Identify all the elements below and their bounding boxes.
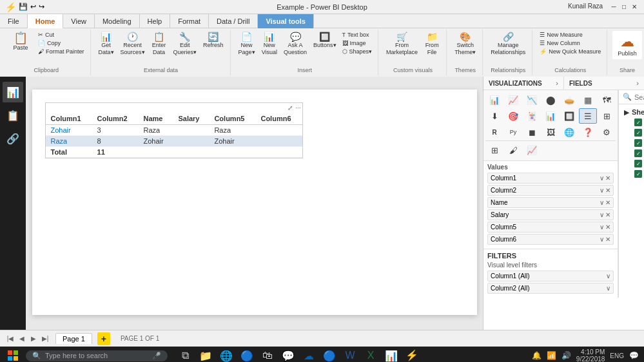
value-chevron-icon[interactable]: ∨ bbox=[600, 175, 604, 182]
fields-expand-icon[interactable]: › bbox=[636, 79, 639, 87]
field-checkbox-column6[interactable]: ✓ bbox=[634, 170, 642, 178]
refresh-button[interactable]: 🔄 Refresh bbox=[200, 31, 226, 50]
value-remove-icon[interactable]: ✕ bbox=[605, 187, 610, 194]
page-next-button[interactable]: ▶ bbox=[28, 334, 39, 344]
tab-visualtools[interactable]: Visual tools bbox=[258, 14, 314, 28]
viz-icon-area[interactable]: 📉 bbox=[523, 92, 541, 108]
field-item-column1[interactable]: ✓ Column1 bbox=[619, 117, 644, 128]
format-painter-button[interactable]: 🖌 Format Painter bbox=[36, 48, 86, 55]
close-button[interactable]: ✕ bbox=[630, 3, 639, 12]
tab-help[interactable]: Help bbox=[140, 14, 171, 28]
viz-fields-sub-icon[interactable]: ⊞ bbox=[485, 142, 503, 158]
value-remove-icon[interactable]: ✕ bbox=[605, 175, 610, 182]
new-quick-measure-button[interactable]: ⚡ New Quick Measure bbox=[538, 48, 603, 55]
taskbar-excel[interactable]: X bbox=[361, 347, 380, 362]
cut-button[interactable]: ✂ Cut bbox=[36, 31, 86, 39]
tab-format[interactable]: Format bbox=[170, 14, 209, 28]
taskbar-notification-icon[interactable]: 🔔 bbox=[532, 351, 542, 360]
field-checkbox-column1[interactable]: ✓ bbox=[634, 119, 642, 126]
enter-data-button[interactable]: 📋 Enter Data bbox=[149, 31, 170, 57]
buttons-button[interactable]: 🔲 Buttons▾ bbox=[311, 31, 339, 50]
viz-icon-qna[interactable]: ❓ bbox=[579, 124, 597, 140]
viz-icon-map[interactable]: 🗺 bbox=[598, 92, 616, 108]
viz-icon-matrix[interactable]: ⊞ bbox=[598, 108, 616, 124]
maximize-button[interactable]: □ bbox=[620, 3, 629, 12]
taskbar-speaker-icon[interactable]: 🔊 bbox=[561, 351, 571, 360]
fields-search-input[interactable] bbox=[634, 93, 644, 101]
canvas-area[interactable]: ⤢ ··· Column1 Column2 Name Salary Column… bbox=[26, 77, 483, 330]
page-tab[interactable]: Page 1 bbox=[55, 333, 92, 344]
value-chevron-icon[interactable]: ∨ bbox=[600, 236, 604, 243]
taskbar-onedrive[interactable]: ☁ bbox=[299, 347, 318, 362]
viz-icon-line[interactable]: 📈 bbox=[504, 92, 522, 108]
tab-file[interactable]: File bbox=[0, 14, 28, 28]
field-item-column6[interactable]: ✓ Column6 bbox=[619, 169, 644, 179]
field-checkbox-column5[interactable]: ✓ bbox=[634, 160, 642, 167]
new-visual-button[interactable]: 📊 New Visual bbox=[259, 31, 280, 57]
get-data-button[interactable]: 📊 Get Data▾ bbox=[96, 31, 117, 57]
undo-icon[interactable]: ↩ bbox=[30, 3, 36, 11]
tab-view[interactable]: View bbox=[63, 14, 95, 28]
taskbar-chrome[interactable]: 🔵 bbox=[320, 347, 339, 362]
quick-save-icon[interactable]: 💾 bbox=[19, 3, 28, 11]
viz-icon-weburl[interactable]: 🌐 bbox=[560, 124, 578, 140]
viz-icon-bar[interactable]: 📊 bbox=[485, 92, 503, 108]
value-chevron-icon[interactable]: ∨ bbox=[600, 187, 604, 194]
new-measure-button[interactable]: ☰ New Measure bbox=[538, 31, 603, 39]
viz-icon-pie[interactable]: 🥧 bbox=[560, 92, 578, 108]
viz-icon-table[interactable]: ☰ bbox=[579, 108, 597, 124]
visual-more-icon[interactable]: ··· bbox=[295, 104, 300, 111]
value-chevron-icon[interactable]: ∨ bbox=[600, 199, 604, 206]
taskbar-powerbi[interactable]: ⚡ bbox=[402, 347, 422, 362]
field-checkbox-column2[interactable]: ✓ bbox=[634, 129, 642, 137]
viz-icon-image[interactable]: 🖼 bbox=[542, 124, 560, 140]
field-tree-section-sheet1[interactable]: ▶ Sheet1 bbox=[619, 107, 644, 117]
field-checkbox-column3[interactable]: ✓ bbox=[634, 139, 642, 147]
taskbar-file-explorer[interactable]: 📁 bbox=[196, 347, 215, 362]
manage-relationships-button[interactable]: 🔗 Manage Relationships bbox=[488, 31, 528, 57]
image-button[interactable]: 🖼 Image bbox=[340, 39, 375, 47]
minimize-button[interactable]: ─ bbox=[609, 3, 618, 12]
value-remove-icon[interactable]: ✕ bbox=[605, 236, 610, 243]
filter-chevron-icon[interactable]: ∨ bbox=[606, 285, 610, 292]
add-page-button[interactable]: + bbox=[97, 332, 110, 345]
field-item-column2[interactable]: ✓ Column2 bbox=[619, 128, 644, 138]
text-box-button[interactable]: T Text box bbox=[340, 31, 375, 39]
value-remove-icon[interactable]: ✕ bbox=[605, 224, 610, 231]
edit-queries-button[interactable]: 🔧 Edit Queries▾ bbox=[171, 31, 200, 57]
viz-analytics-sub-icon[interactable]: 📈 bbox=[523, 142, 541, 158]
value-chevron-icon[interactable]: ∨ bbox=[600, 224, 604, 231]
page-prev-button[interactable]: ◀ bbox=[17, 334, 27, 344]
viz-icon-py[interactable]: Py bbox=[504, 124, 522, 140]
recent-sources-button[interactable]: 🕐 Recent Sources▾ bbox=[118, 31, 148, 57]
sidebar-data-icon[interactable]: 📋 bbox=[3, 105, 23, 126]
field-item-column5[interactable]: ✓ Column5 bbox=[619, 158, 644, 169]
windows-start-button[interactable] bbox=[5, 348, 21, 362]
paste-button[interactable]: 📋 Paste bbox=[6, 31, 35, 52]
viz-icon-funnel[interactable]: ⬇ bbox=[485, 108, 503, 124]
taskbar-skype[interactable]: 💬 bbox=[278, 347, 298, 362]
sidebar-model-icon[interactable]: 🔗 bbox=[3, 128, 23, 149]
microphone-icon[interactable]: 🎤 bbox=[152, 352, 161, 360]
new-page-button[interactable]: 📄 New Page▾ bbox=[236, 31, 258, 57]
field-item-column4[interactable]: ✓ Column4 bbox=[619, 148, 644, 158]
taskbar-task-view[interactable]: ⧉ bbox=[175, 347, 195, 362]
viz-icon-shape[interactable]: ◼ bbox=[523, 124, 541, 140]
viz-icon-slicer[interactable]: 🔲 bbox=[560, 108, 578, 124]
taskbar-unknown1[interactable]: 📊 bbox=[382, 347, 401, 362]
viz-icon-custom[interactable]: ⚙ bbox=[598, 124, 616, 140]
taskbar-store[interactable]: 🛍 bbox=[258, 347, 277, 362]
redo-icon[interactable]: ↪ bbox=[39, 3, 44, 11]
tab-home[interactable]: Home bbox=[28, 14, 64, 28]
page-last-button[interactable]: ▶| bbox=[40, 334, 50, 344]
tab-datadrill[interactable]: Data / Drill bbox=[209, 14, 258, 28]
taskbar-action-center-icon[interactable]: 💬 bbox=[629, 351, 639, 360]
filter-chevron-icon[interactable]: ∨ bbox=[606, 272, 610, 280]
value-remove-icon[interactable]: ✕ bbox=[605, 199, 610, 206]
field-checkbox-column4[interactable]: ✓ bbox=[634, 149, 642, 157]
value-chevron-icon[interactable]: ∨ bbox=[600, 211, 604, 218]
table-visual[interactable]: ⤢ ··· Column1 Column2 Name Salary Column… bbox=[45, 102, 303, 158]
viz-icon-scatter[interactable]: ⬤ bbox=[542, 92, 560, 108]
from-file-button[interactable]: 📁 From File bbox=[422, 31, 442, 57]
publish-button[interactable]: ☁ Publish bbox=[612, 31, 642, 59]
